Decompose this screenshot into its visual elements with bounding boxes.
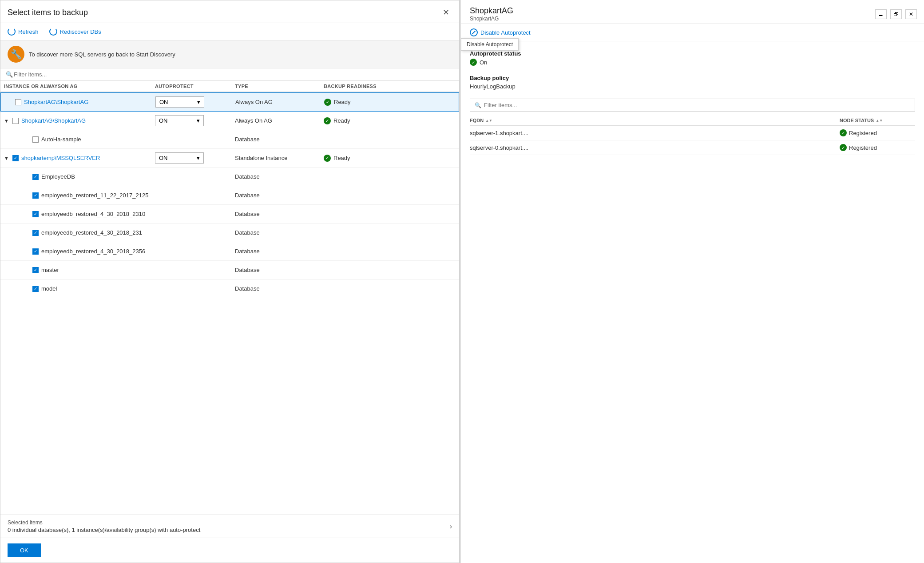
right-table-row: sqlserver-0.shopkart.... ✓ Registered [470,140,915,155]
row1-type: Always On AG [235,99,324,105]
rediscover-button[interactable]: Rediscover DBs [49,28,101,36]
nodestatus-sort-icon[interactable]: ▲▼ [876,119,883,123]
cell-instance: ✓ employeedb_restored_11_22_2017_2125 [4,192,155,199]
cell-instance: ✓ employeedb_restored_4_30_2018_2356 [4,248,155,255]
right-table-row: sqlserver-1.shopkart.... ✓ Registered [470,126,915,140]
row6-instance-name: employeedb_restored_11_22_2017_2125 [41,192,148,199]
right-subtitle: ShopkartAG [470,16,513,22]
minimize-button[interactable]: 🗕 [875,9,887,19]
th-readiness: BACKUP READINESS [324,84,459,89]
expand-arrow-icon[interactable]: ▼ [4,118,9,124]
close-button[interactable]: ✕ [440,7,452,18]
cell-instance: ShopkartAG\ShopkartAG [4,99,155,105]
tooltip-text: Disable Autoprotect [467,41,513,48]
row2-checkbox[interactable] [12,118,19,124]
row3-type: Database [235,136,324,143]
node1-status-icon: ✓ [840,129,847,136]
refresh-button[interactable]: Refresh [8,28,39,36]
expand-arrow-icon[interactable]: ▼ [4,156,9,161]
row8-checkbox[interactable]: ✓ [32,230,39,236]
row2-autoprotect-select[interactable]: ON ▾ [155,115,204,126]
filter-search-icon: 🔍 [6,71,13,78]
right-filter-input[interactable] [484,102,910,108]
row4-checkbox[interactable]: ✓ [12,155,19,161]
row1-readiness: ✓ Ready [324,99,459,106]
autoprotect-section: Autoprotect status ✓ On [470,50,915,66]
table-row: ▼ ShopkartAG\ShopkartAG ON ▾ Always On A… [0,112,459,130]
fqdn-sort-icon[interactable]: ▲▼ [485,119,492,123]
close-right-button[interactable]: ✕ [905,9,917,19]
dropdown-arrow-icon: ▾ [197,155,200,161]
refresh-label: Refresh [18,28,39,35]
row9-checkbox[interactable]: ✓ [32,248,39,255]
selected-label: Selected items [8,519,200,526]
row6-checkbox[interactable]: ✓ [32,192,39,199]
row7-checkbox[interactable]: ✓ [32,211,39,217]
node1-fqdn: sqlserver-1.shopkart.... [470,130,826,136]
row10-type: Database [235,267,324,273]
ok-area: OK [0,538,459,563]
right-filter-icon: 🔍 [475,102,481,108]
row11-checkbox[interactable]: ✓ [32,286,39,292]
row8-type: Database [235,229,324,236]
discovery-bar: 🔧 To discover more SQL servers go back t… [0,40,459,68]
right-panel: ShopkartAG ShopkartAG 🗕 🗗 ✕ Disable Auto… [460,0,924,563]
autoprotect-value: On [480,59,487,66]
row4-autoprotect: ON ▾ [155,152,235,164]
footer-arrow-icon[interactable]: › [450,523,452,531]
row11-instance-name: model [41,285,57,292]
row1-checkbox[interactable] [15,99,21,105]
right-table-header: FQDN ▲▼ NODE STATUS ▲▼ [470,116,915,126]
right-header: ShopkartAG ShopkartAG 🗕 🗗 ✕ [461,0,924,24]
dropdown-arrow-icon: ▾ [197,117,200,124]
right-toolbar: Disable Autoprotect Disable Autoprotect [461,24,924,41]
ok-button[interactable]: OK [8,543,41,557]
row3-checkbox[interactable] [32,136,39,143]
filter-row: 🔍 [0,68,459,81]
table-body: ShopkartAG\ShopkartAG ON ▾ Always On AG … [0,92,459,515]
th-type: TYPE [235,84,324,89]
row3-instance-name: AutoHa-sample [41,136,81,143]
row6-type: Database [235,192,324,199]
left-panel: Select items to backup ✕ Refresh Redisco… [0,0,460,563]
row2-instance-link[interactable]: ShopkartAG\ShopkartAG [21,117,86,124]
row1-autoprotect-select[interactable]: ON ▾ [155,96,204,108]
disable-icon [470,28,478,36]
row10-checkbox[interactable]: ✓ [32,267,39,273]
row5-instance-name: EmployeeDB [41,173,75,180]
autoprotect-status: ✓ On [470,59,915,66]
disable-autoprotect-button[interactable]: Disable Autoprotect [470,28,531,36]
row5-checkbox[interactable]: ✓ [32,174,39,180]
cell-instance: ✓ EmployeeDB [4,173,155,180]
autoprotect-check-icon: ✓ [470,59,477,66]
row2-readiness: ✓ Ready [324,117,459,124]
cell-instance: ▼ ✓ shopkartemp\MSSQLSERVER [4,155,155,161]
toolbar: Refresh Rediscover DBs [0,23,459,40]
table-row: ✓ master Database [0,261,459,280]
row4-autoprotect-select[interactable]: ON ▾ [155,152,204,164]
restore-button[interactable]: 🗗 [890,9,902,19]
right-filter-box: 🔍 [470,99,915,112]
content-area: 🔍 INSTANCE OR ALWAYSON AG AUTOPROTECT TY… [0,68,459,515]
filter-input[interactable] [4,71,456,78]
panel-title: Select items to backup [8,8,88,17]
node1-status: ✓ Registered [840,129,902,136]
row5-type: Database [235,173,324,180]
discovery-text: To discover more SQL servers go back to … [29,51,175,58]
autoprotect-label: Autoprotect status [470,50,915,57]
ready-check-icon: ✓ [324,99,331,106]
table-row: ✓ employeedb_restored_4_30_2018_2310 Dat… [0,205,459,224]
ready-check-icon: ✓ [324,117,331,124]
th-instance: INSTANCE OR ALWAYSON AG [4,84,155,89]
node1-status-text: Registered [849,130,877,136]
row9-instance-name: employeedb_restored_4_30_2018_2356 [41,248,145,255]
row4-instance-link[interactable]: shopkartemp\MSSQLSERVER [21,155,100,161]
right-window-controls: 🗕 🗗 ✕ [875,9,917,19]
node2-status-text: Registered [849,144,877,151]
table-row: ✓ employeedb_restored_4_30_2018_2356 Dat… [0,242,459,261]
node2-fqdn: sqlserver-0.shopkart.... [470,144,826,151]
row1-instance-link[interactable]: ShopkartAG\ShopkartAG [24,99,88,105]
node2-status-icon: ✓ [840,144,847,151]
row1-autoprotect: ON ▾ [155,96,235,108]
row9-type: Database [235,248,324,255]
